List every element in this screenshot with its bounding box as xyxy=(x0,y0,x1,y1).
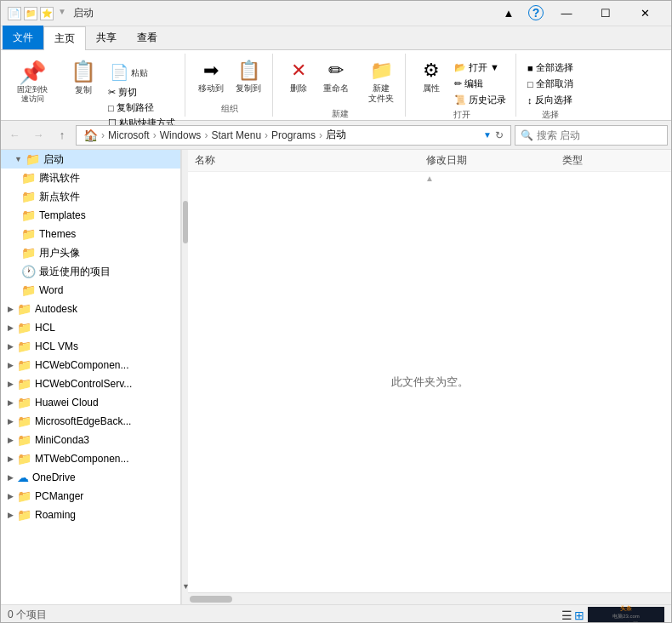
sidebar-item-pcmanger[interactable]: ▶ 📁 PCManger xyxy=(1,487,180,506)
window-title: 启动 xyxy=(73,6,94,20)
logo-area: 头条 电脑23.com www.computer23.com xyxy=(588,607,664,624)
sidebar-item-userphoto[interactable]: 📁 用户头像 xyxy=(1,243,180,262)
edit-btn[interactable]: ✏ 编辑 xyxy=(452,77,509,91)
pin-icon[interactable]: 📄 xyxy=(8,7,21,20)
col-type-header[interactable]: 类型 xyxy=(562,153,664,168)
copy-path-icon: □ xyxy=(108,103,114,113)
properties-btn[interactable]: ⚙ 属性 xyxy=(414,57,448,96)
expand-icon-hcwebcomp: ▶ xyxy=(8,361,14,369)
sidebar-item-hcl[interactable]: ▶ 📁 HCL xyxy=(1,318,180,337)
crumb-sep-5: › xyxy=(319,129,322,141)
search-box[interactable]: 🔍 xyxy=(515,125,668,146)
sidebar-item-msedge[interactable]: ▶ 📁 MicrosoftEdgeBack... xyxy=(1,412,180,431)
expand-icon-roaming: ▶ xyxy=(8,511,14,519)
col-name-header[interactable]: 名称 xyxy=(195,153,426,168)
open-btn[interactable]: 📂 打开 ▼ xyxy=(452,60,509,75)
folder-icon-mtwebcomp: 📁 xyxy=(17,452,31,466)
crumb-windows[interactable]: Windows xyxy=(160,129,202,141)
cut-btn[interactable]: ✂ 剪切 xyxy=(105,85,178,100)
forward-btn[interactable]: → xyxy=(28,125,48,146)
sidebar-item-xindian[interactable]: 📁 新点软件 xyxy=(1,187,180,206)
paste-btn[interactable]: 📄 粘贴 xyxy=(105,60,178,84)
crumb-sep-4: › xyxy=(265,129,268,141)
view-list-btn[interactable]: ☰ xyxy=(561,609,572,622)
sidebar-item-hcwebcontrol[interactable]: ▶ 📁 HCWebControlServ... xyxy=(1,374,180,393)
tab-view[interactable]: 查看 xyxy=(127,26,168,49)
star-icon[interactable]: ⭐ xyxy=(40,7,54,20)
title-bar-quick-access: 📄 📁 ⭐ ▼ xyxy=(8,7,68,20)
deselect-all-btn[interactable]: □ 全部取消 xyxy=(525,77,576,91)
crumb-current: 启动 xyxy=(326,128,346,142)
col-date-header[interactable]: 修改日期 xyxy=(426,153,562,168)
crumb-programs[interactable]: Programs xyxy=(271,129,316,141)
sidebar: ▼ 📁 启动 📁 腾讯软件 📁 新点软件 📁 Templates 📁 Theme… xyxy=(1,150,181,604)
sidebar-item-miniconda[interactable]: ▶ 📁 MiniConda3 xyxy=(1,431,180,449)
sort-up-icon: ▲ xyxy=(425,174,434,183)
home-icon: 🏠 xyxy=(83,129,98,142)
properties-icon: ⚙ xyxy=(423,60,440,82)
folder-icon[interactable]: 📁 xyxy=(24,7,37,20)
up-btn[interactable]: ↑ xyxy=(52,125,72,146)
sidebar-item-word[interactable]: 📁 Word xyxy=(1,281,180,300)
refresh-btn[interactable]: ↻ xyxy=(495,129,504,141)
sidebar-item-autodesk[interactable]: ▶ 📁 Autodesk xyxy=(1,300,180,318)
address-dropdown-icon[interactable]: ▼ xyxy=(483,130,492,140)
sidebar-item-mtwebcomp[interactable]: ▶ 📁 MTWebComponen... xyxy=(1,449,180,468)
ribbon-group-select: ■ 全部选择 □ 全部取消 ↕ 反向选择 选择 xyxy=(518,54,583,117)
tab-share[interactable]: 共享 xyxy=(86,26,127,49)
help-btn[interactable]: ? xyxy=(528,5,544,20)
h-scrollbar[interactable] xyxy=(188,592,671,604)
copy-btn[interactable]: 📋 复制 xyxy=(65,57,102,98)
sidebar-label-autodesk: Autodesk xyxy=(35,303,77,315)
sidebar-label-recent: 最近使用的项目 xyxy=(39,265,111,279)
sidebar-item-hcwebcomp[interactable]: ▶ 📁 HCWebComponen... xyxy=(1,356,180,374)
sidebar-label-word: Word xyxy=(39,284,63,296)
sidebar-item-qidong[interactable]: ▼ 📁 启动 xyxy=(1,150,180,169)
ribbon-group-organize: ➡ 移动到 📋 复制到 组织 xyxy=(187,54,273,117)
crumb-microsoft[interactable]: Microsoft xyxy=(108,129,150,141)
tab-file[interactable]: 文件 xyxy=(3,26,43,49)
back-btn[interactable]: ← xyxy=(4,125,25,146)
expand-icon-hcl: ▶ xyxy=(8,323,14,332)
ribbon-collapse-btn[interactable]: ▲ xyxy=(489,1,528,26)
address-box[interactable]: 🏠 › Microsoft › Windows › Start Menu › P… xyxy=(76,125,511,146)
sidebar-item-roaming[interactable]: ▶ 📁 Roaming xyxy=(1,506,180,524)
crumb-sep-3: › xyxy=(204,129,208,141)
pin-large-icon: 📌 xyxy=(19,61,46,83)
move-to-btn[interactable]: ➡ 移动到 xyxy=(194,57,228,96)
invert-icon: ↕ xyxy=(527,95,532,106)
sidebar-item-onedrive[interactable]: ▶ ☁ OneDrive xyxy=(1,468,180,487)
ribbon-group-new: ✕ 删除 ✏ 重命名 📁 新建文件夹 新建 xyxy=(275,54,406,117)
select-all-btn[interactable]: ■ 全部选择 xyxy=(525,60,576,75)
expand-icon-huawei: ▶ xyxy=(8,398,14,407)
sidebar-item-themes[interactable]: 📁 Themes xyxy=(1,225,180,243)
deselect-all-icon: □ xyxy=(527,79,533,89)
sidebar-item-tengxun[interactable]: 📁 腾讯软件 xyxy=(1,169,180,187)
sidebar-item-huawei[interactable]: ▶ 📁 Huawei Cloud xyxy=(1,393,180,412)
minimize-btn[interactable]: — xyxy=(547,1,586,26)
sidebar-item-hclvms[interactable]: ▶ 📁 HCL VMs xyxy=(1,337,180,356)
invert-selection-btn[interactable]: ↕ 反向选择 xyxy=(525,93,576,107)
search-input[interactable] xyxy=(537,129,664,141)
crumb-startmenu[interactable]: Start Menu xyxy=(211,129,261,141)
copy-path-btn[interactable]: □ 复制路径 xyxy=(105,100,178,115)
delete-btn[interactable]: ✕ 删除 xyxy=(282,57,316,96)
close-btn[interactable]: ✕ xyxy=(625,1,664,26)
sidebar-item-templates[interactable]: 📁 Templates xyxy=(1,206,180,225)
pin-to-quick-access-btn[interactable]: 📌 固定到快速访问 xyxy=(11,57,54,108)
copy-to-btn[interactable]: 📋 复制到 xyxy=(231,57,265,96)
new-folder-btn[interactable]: 📁 新建文件夹 xyxy=(364,57,398,106)
expand-icon-mtwebcomp: ▶ xyxy=(8,454,14,463)
maximize-btn[interactable]: ☐ xyxy=(586,1,625,26)
tab-home[interactable]: 主页 xyxy=(43,26,86,50)
sidebar-label-roaming: Roaming xyxy=(35,509,76,521)
expand-icon-onedrive: ▶ xyxy=(8,473,14,482)
h-scrollbar-thumb xyxy=(190,596,232,603)
history-btn[interactable]: 📜 历史记录 xyxy=(452,93,509,107)
sidebar-item-recent[interactable]: 🕐 最近使用的项目 xyxy=(1,262,180,281)
view-grid-btn[interactable]: ⊞ xyxy=(574,609,584,622)
sidebar-scrollbar[interactable]: ▼ xyxy=(181,150,188,604)
rename-btn[interactable]: ✏ 重命名 xyxy=(319,57,353,96)
dropdown-arrow-icon[interactable]: ▼ xyxy=(56,7,68,20)
folder-icon-roaming: 📁 xyxy=(17,508,31,522)
